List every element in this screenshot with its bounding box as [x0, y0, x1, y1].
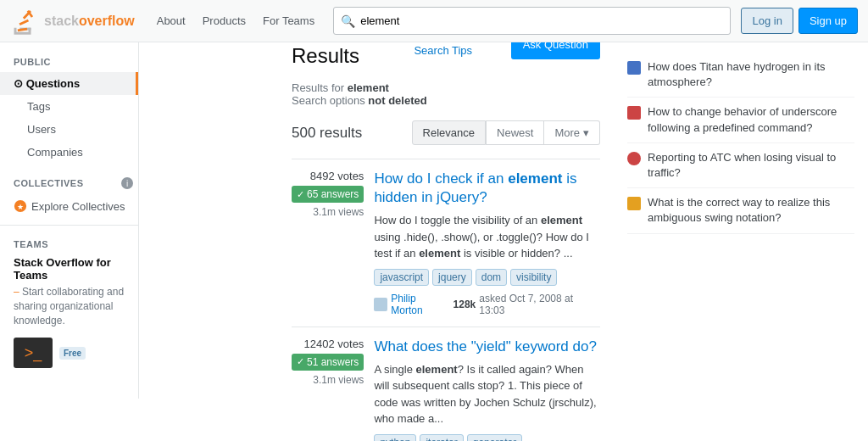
main-nav: About Products For Teams	[148, 0, 323, 42]
view-count: 3.1m views	[292, 374, 364, 386]
login-button[interactable]: Log in	[741, 8, 793, 34]
content-area: Search Results Advanced Search Tips Ask …	[139, 0, 868, 441]
sidebar-users[interactable]: Users	[0, 118, 138, 141]
tag[interactable]: visibility	[510, 269, 557, 286]
user-rep: 128k	[453, 299, 476, 310]
free-badge: Free	[59, 347, 86, 360]
results-bar: 500 results Relevance Newest More ▾	[292, 120, 600, 145]
logo[interactable]: stackoverflow	[10, 5, 135, 36]
question-content: What does the "yield" keyword do? A sing…	[374, 338, 600, 441]
collectives-section: COLLECTIVES i	[0, 164, 138, 194]
search-options-value: not deleted	[368, 94, 426, 107]
right-sidebar: Hot Network Questions How does Titan hav…	[614, 0, 868, 441]
sort-newest[interactable]: Newest	[486, 120, 544, 145]
search-input[interactable]	[360, 14, 723, 27]
header: stackoverflow About Products For Teams 🔍…	[0, 0, 868, 42]
collectives-title: COLLECTIVES	[14, 178, 84, 188]
teams-card: >_ Free	[14, 338, 125, 368]
tags: python iterator generator	[374, 434, 600, 441]
results-count: 500 results	[292, 125, 362, 142]
question-stats: 8492 votes ✓ 65 answers 3.1m views	[292, 170, 364, 316]
teams-desc: – Start collaborating and sharing organi…	[14, 285, 125, 327]
logo-text: stackoverflow	[44, 14, 135, 29]
hot-question-item: How to change behavior of underscore fol…	[627, 98, 854, 142]
answers-badge: ✓ 51 answers	[292, 354, 364, 371]
question-stats: 12402 votes ✓ 51 answers 3.1m views	[292, 338, 364, 441]
hot-question-link[interactable]: What is the correct way to realize this …	[648, 195, 854, 226]
tag[interactable]: generator	[467, 434, 522, 441]
nav-about[interactable]: About	[148, 0, 194, 42]
sidebar-companies[interactable]: Companies	[0, 141, 138, 164]
answers-badge: ✓ 65 answers	[292, 186, 364, 203]
avatar	[374, 298, 387, 311]
tag[interactable]: javascript	[374, 269, 429, 286]
search-info: Results for element Search options not d…	[292, 81, 600, 107]
check-icon: ✓	[297, 189, 304, 200]
hot-question-link[interactable]: How to change behavior of underscore fol…	[648, 104, 854, 135]
tag[interactable]: jquery	[432, 269, 472, 286]
teams-section-title: TEAMS	[14, 239, 125, 249]
globe-icon: ⊙	[14, 77, 23, 90]
hot-question-link[interactable]: Reporting to ATC when losing visual to t…	[648, 150, 854, 181]
sort-relevance[interactable]: Relevance	[412, 120, 486, 145]
site-icon	[627, 61, 641, 75]
tag[interactable]: dom	[476, 269, 507, 286]
username-link[interactable]: Philip Morton	[391, 293, 449, 316]
hot-question-link[interactable]: How does Titan have hydrogen in its atmo…	[648, 59, 854, 90]
vote-count: 8492 votes	[292, 170, 364, 182]
svg-text:★: ★	[17, 203, 24, 211]
sidebar-public-section: PUBLIC	[0, 43, 138, 72]
chevron-down-icon: ▾	[583, 126, 589, 139]
terminal-icon: >_	[14, 338, 53, 368]
results-for-value: element	[348, 81, 389, 94]
site-icon	[627, 106, 641, 120]
teams-section: TEAMS Stack Overflow for Teams – Start c…	[0, 225, 138, 382]
results-for-label: Results for	[292, 81, 344, 94]
question-excerpt: A single element? Is it called again? Wh…	[374, 361, 600, 427]
question-meta: Philip Morton 128k asked Oct 7, 2008 at …	[374, 293, 600, 316]
collectives-icon: ★	[14, 199, 27, 213]
hot-question-item: Reporting to ATC when losing visual to t…	[627, 143, 854, 188]
sidebar-tags[interactable]: Tags	[0, 95, 138, 118]
sidebar-explore-collectives[interactable]: ★ Explore Collectives	[0, 194, 138, 218]
site-icon	[627, 197, 641, 210]
sidebar: Home PUBLIC ⊙ Questions Tags Users Compa…	[0, 0, 139, 399]
sort-tabs: Relevance Newest More ▾	[412, 120, 600, 145]
asked-text: asked Oct 7, 2008 at 13:03	[479, 293, 600, 316]
question-excerpt: How do I toggle the visibility of an ele…	[374, 212, 600, 262]
hot-question-item: How does Titan have hydrogen in its atmo…	[627, 53, 854, 98]
question-item: 8492 votes ✓ 65 answers 3.1m views How d…	[292, 159, 600, 327]
teams-title: Stack Overflow for Teams	[14, 256, 125, 282]
question-content: How do I check if an element is hidden i…	[374, 170, 600, 316]
vote-count: 12402 votes	[292, 338, 364, 350]
search-icon: 🔍	[341, 14, 355, 28]
header-buttons: Log in Sign up	[741, 8, 858, 34]
info-icon[interactable]: i	[121, 177, 133, 189]
teams-link[interactable]: –	[14, 286, 19, 298]
site-icon	[627, 152, 641, 165]
hot-question-item: What is the correct way to realize this …	[627, 188, 854, 233]
nav-for-teams[interactable]: For Teams	[254, 0, 323, 42]
question-title-link[interactable]: How do I check if an element is hidden i…	[374, 170, 600, 207]
sidebar-questions[interactable]: ⊙ Questions	[0, 72, 138, 95]
question-item: 12402 votes ✓ 51 answers 3.1m views What…	[292, 327, 600, 441]
search-options-label: Search options	[292, 94, 365, 107]
check-icon: ✓	[297, 356, 304, 367]
main-content: Search Results Advanced Search Tips Ask …	[278, 0, 614, 441]
signup-button[interactable]: Sign up	[798, 8, 858, 34]
tag[interactable]: iterator	[420, 434, 463, 441]
nav-products[interactable]: Products	[194, 0, 254, 42]
view-count: 3.1m views	[292, 206, 364, 218]
tags: javascript jquery dom visibility	[374, 269, 600, 286]
tag[interactable]: python	[374, 434, 416, 441]
question-title-link[interactable]: What does the "yield" keyword do?	[374, 338, 600, 356]
sort-more[interactable]: More ▾	[544, 120, 600, 145]
search-bar: 🔍	[333, 7, 731, 35]
